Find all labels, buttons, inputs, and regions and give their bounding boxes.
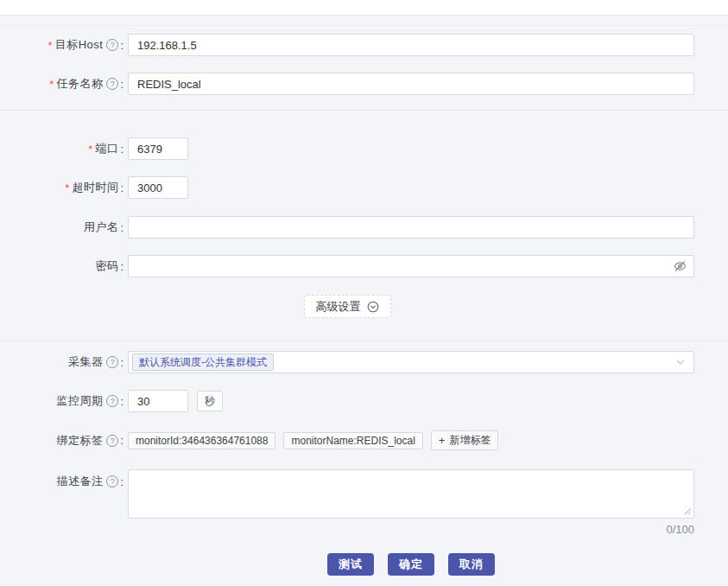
required-mark: * [48, 39, 53, 52]
password-input[interactable] [128, 255, 694, 277]
tag-monitor-id: monitorId:346436364761088 [128, 432, 275, 449]
help-icon[interactable]: ? [106, 475, 118, 487]
form-row-advanced: 高级设置 [0, 295, 694, 318]
action-button-row: 测试 确定 取消 [128, 553, 694, 576]
interval-input[interactable] [128, 390, 188, 412]
host-label: * 目标Host ? : [0, 37, 123, 53]
resize-grip-icon[interactable] [684, 507, 692, 515]
form-row-port: * 端口 : [0, 137, 694, 160]
confirm-button[interactable]: 确定 [388, 553, 434, 576]
form-row-host: * 目标Host ? : [0, 34, 694, 56]
password-visibility-toggle[interactable] [674, 260, 687, 273]
form-row-interval: 监控周期 ? : 秒 [0, 390, 694, 412]
eye-invisible-icon [674, 260, 687, 273]
help-icon[interactable]: ? [106, 395, 118, 407]
description-textarea[interactable] [128, 469, 694, 519]
interval-label: 监控周期 ? : [0, 393, 123, 409]
help-icon[interactable]: ? [106, 39, 118, 51]
add-tag-button[interactable]: + 新增标签 [431, 430, 499, 450]
section-params: * 端口 : * 超时时间 : 用户名 : [0, 111, 728, 341]
cancel-button[interactable]: 取消 [448, 553, 495, 576]
collector-label: 采集器 ? : [0, 354, 123, 370]
form-row-tags: 绑定标签 ? : monitorId:346436364761088 monit… [0, 430, 694, 450]
top-strip [0, 0, 728, 15]
form-row-collector: 采集器 ? : 默认系统调度-公共集群模式 [0, 351, 694, 373]
monitor-form-panel: * 目标Host ? : * 任务名称 ? : * [0, 15, 728, 586]
panel-header-band [0, 16, 728, 26]
form-row-password: 密码 : [0, 255, 694, 277]
form-row-username: 用户名 : [0, 216, 694, 239]
required-mark: * [49, 78, 54, 91]
help-icon[interactable]: ? [106, 78, 118, 90]
help-icon[interactable]: ? [106, 356, 118, 368]
tag-monitor-name: monitorName:REDIS_local [283, 432, 422, 449]
interval-unit-addon: 秒 [197, 391, 223, 411]
tags-label: 绑定标签 ? : [0, 433, 123, 449]
form-row-timeout: * 超时时间 : [0, 176, 694, 199]
username-label: 用户名 : [0, 220, 123, 235]
timeout-input[interactable] [128, 176, 188, 199]
password-label: 密码 : [0, 258, 123, 274]
required-mark: * [88, 143, 92, 156]
form-row-description: 描述备注 ? : [0, 469, 694, 519]
username-input[interactable] [128, 216, 694, 239]
port-label: * 端口 : [0, 141, 123, 156]
collector-selected-tag: 默认系统调度-公共集群模式 [132, 354, 274, 371]
char-counter: 0/100 [0, 523, 694, 536]
port-input[interactable] [128, 137, 188, 160]
collector-select[interactable]: 默认系统调度-公共集群模式 [128, 351, 694, 373]
section-basic: * 目标Host ? : * 任务名称 ? : [0, 26, 728, 111]
plus-icon: + [439, 434, 446, 447]
chevron-down-circle-icon [367, 301, 379, 313]
description-label: 描述备注 ? : [0, 474, 123, 489]
task-name-input[interactable] [128, 73, 694, 95]
help-icon[interactable]: ? [106, 435, 118, 447]
advanced-settings-button[interactable]: 高级设置 [304, 295, 391, 318]
form-row-task-name: * 任务名称 ? : [0, 73, 694, 95]
required-mark: * [65, 182, 69, 194]
test-button[interactable]: 测试 [327, 553, 374, 576]
task-name-label: * 任务名称 ? : [0, 76, 123, 92]
host-input[interactable] [128, 34, 694, 56]
chevron-down-icon [675, 357, 686, 367]
section-options: 采集器 ? : 默认系统调度-公共集群模式 监控周期 ? : [0, 341, 728, 576]
timeout-label: * 超时时间 : [0, 180, 123, 195]
